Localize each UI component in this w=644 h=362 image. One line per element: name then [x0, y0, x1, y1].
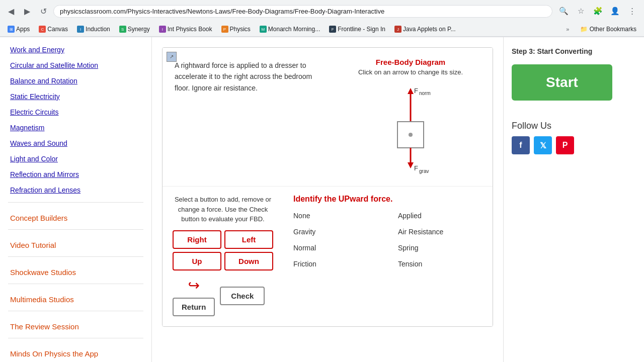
bookmark-monarch-label: Monarch Morning... — [268, 26, 320, 33]
svg-text:F: F — [414, 164, 418, 172]
return-icon: ↩ — [184, 276, 204, 296]
twitter-icon[interactable]: 𝕏 — [534, 136, 552, 154]
controls-layout: Select a button to add, remove or change… — [173, 195, 482, 316]
check-button[interactable]: Check — [220, 287, 265, 305]
widget-controls: Select a button to add, remove or change… — [163, 186, 493, 326]
induction-favicon: I — [77, 26, 84, 33]
sidebar-item-static-electricity[interactable]: Static Electricity — [0, 89, 151, 105]
bookmark-icon[interactable]: ☆ — [574, 4, 588, 18]
force-option-spring[interactable]: Spring — [398, 242, 482, 254]
fbd-title: Free-Body Diagram — [339, 58, 482, 66]
address-bar[interactable]: physicsclassroom.com/Physics-Interactive… — [53, 5, 552, 18]
force-option-tension[interactable]: Tension — [398, 258, 482, 270]
widget-container: ↗ A rightward force is applied to a dres… — [162, 47, 493, 327]
bookmark-monarch[interactable]: M Monarch Morning... — [256, 24, 324, 34]
sidebar-shockwave[interactable]: Shockwave Studios — [0, 261, 151, 280]
canvas-favicon: C — [39, 26, 46, 33]
force-option-normal[interactable]: Normal — [293, 242, 378, 254]
right-button[interactable]: Right — [173, 230, 221, 249]
facebook-icon[interactable]: f — [512, 136, 530, 154]
synergy-favicon: S — [119, 26, 126, 33]
int-physics-favicon: I — [159, 26, 166, 33]
fbd-subtitle: Click on an arrow to change its size. — [339, 68, 482, 76]
force-option-applied[interactable]: Applied — [398, 210, 482, 222]
left-button[interactable]: Left — [224, 230, 273, 249]
svg-text:F: F — [414, 87, 418, 95]
sidebar-item-balance-rotation[interactable]: Balance and Rotation — [0, 73, 151, 89]
url-text: physicsclassroom.com/Physics-Interactive… — [60, 8, 546, 15]
sidebar-item-magnetism[interactable]: Magnetism — [0, 120, 151, 136]
main-layout: Work and Energy Circular and Satellite M… — [0, 37, 644, 362]
bookmark-java[interactable]: J Java Applets on P... — [391, 24, 459, 34]
svg-point-5 — [409, 133, 413, 137]
sidebar-item-circular-satellite[interactable]: Circular and Satellite Motion — [0, 58, 151, 73]
bookmark-canvas[interactable]: C Canvas — [35, 24, 71, 34]
sidebar: Work and Energy Circular and Satellite M… — [0, 37, 152, 362]
sidebar-divider-5 — [8, 311, 143, 311]
bookmark-apps-label: Apps — [16, 26, 30, 33]
bookmark-apps[interactable]: ⊞ Apps — [4, 24, 33, 34]
search-icon[interactable]: 🔍 — [556, 4, 571, 18]
return-button[interactable]: Return — [173, 298, 215, 316]
physics-favicon: P — [221, 26, 228, 33]
up-button[interactable]: Up — [173, 252, 221, 270]
bookmark-physics-label: Physics — [230, 26, 251, 33]
sidebar-concept-builders[interactable]: Concept Builders — [0, 207, 151, 225]
back-button[interactable]: ◀ — [5, 5, 17, 17]
refresh-button[interactable]: ↺ — [37, 5, 49, 17]
profile-icon[interactable]: 👤 — [608, 4, 622, 18]
description-text: A rightward force is applied to a dresse… — [175, 60, 318, 94]
sidebar-minds-on-physics[interactable]: Minds On Physics the App — [0, 342, 151, 361]
bookmarks-more[interactable]: » — [562, 25, 573, 34]
content-wrapper: ↗ A rightward force is applied to a dres… — [162, 37, 493, 327]
sidebar-item-work-energy[interactable]: Work and Energy — [0, 42, 151, 58]
sidebar-item-reflection-mirrors[interactable]: Reflection and Mirrors — [0, 167, 151, 183]
start-button[interactable]: Start — [512, 64, 612, 101]
content-area: ↗ A rightward force is applied to a dres… — [152, 37, 503, 362]
sidebar-video-tutorial[interactable]: Video Tutorial — [0, 234, 151, 252]
force-option-none[interactable]: None — [293, 210, 378, 222]
forward-button[interactable]: ▶ — [21, 5, 33, 17]
pinterest-icon[interactable]: P — [556, 136, 574, 154]
follow-us: Follow Us f 𝕏 P — [512, 121, 636, 154]
sidebar-item-refraction-lenses[interactable]: Refraction and Lenses — [0, 183, 151, 198]
force-option-air-resistance[interactable]: Air Resistance — [398, 226, 482, 238]
controls-instruction: Select a button to add, remove or change… — [173, 195, 273, 224]
sidebar-item-electric-circuits[interactable]: Electric Circuits — [0, 105, 151, 120]
sidebar-item-waves-sound[interactable]: Waves and Sound — [0, 136, 151, 151]
follow-us-label: Follow Us — [512, 121, 636, 131]
force-option-gravity[interactable]: Gravity — [293, 226, 378, 238]
sidebar-review[interactable]: The Review Session — [0, 315, 151, 334]
sidebar-multimedia[interactable]: Multimedia Studios — [0, 288, 151, 307]
other-bookmarks[interactable]: 📁 Other Bookmarks — [577, 24, 640, 34]
identify-title: Identify the UPward force. — [293, 195, 482, 204]
frontline-favicon: F — [329, 26, 336, 33]
step-label-text: Step 3: Start Converting — [512, 47, 592, 55]
bookmark-canvas-label: Canvas — [47, 26, 68, 33]
return-area: ↩ Return — [173, 276, 215, 316]
apps-favicon: ⊞ — [8, 26, 15, 33]
sidebar-divider-6 — [8, 338, 143, 338]
bookmark-frontline[interactable]: F Frontline - Sign In — [326, 24, 389, 34]
sidebar-divider-4 — [8, 284, 143, 284]
sidebar-item-light-color[interactable]: Light and Color — [0, 151, 151, 167]
sidebar-divider-1 — [8, 202, 143, 203]
force-options: None Applied Gravity Air Resistance Norm… — [293, 210, 482, 270]
sidebar-divider-3 — [8, 256, 143, 257]
right-panel: Step 3: Start Converting Start Follow Us… — [503, 37, 644, 362]
extension-icon[interactable]: 🧩 — [591, 4, 605, 18]
bookmarks-bar: ⊞ Apps C Canvas I Induction S Synergy I … — [0, 22, 644, 37]
svg-marker-1 — [408, 88, 414, 94]
fbd-diagram: Free-Body Diagram Click on an arrow to c… — [329, 48, 493, 186]
force-option-friction[interactable]: Friction — [293, 258, 378, 270]
force-svg[interactable]: F norm F grav — [370, 84, 451, 174]
force-identify: Identify the UPward force. None Applied … — [293, 195, 482, 316]
browser-chrome: ◀ ▶ ↺ physicsclassroom.com/Physics-Inter… — [0, 0, 644, 37]
bookmark-physics[interactable]: P Physics — [218, 24, 254, 34]
menu-icon[interactable]: ⋮ — [625, 4, 639, 18]
bookmark-induction[interactable]: I Induction — [73, 24, 114, 34]
down-button[interactable]: Down — [224, 252, 273, 270]
return-check-row: ↩ Return Check — [173, 276, 273, 316]
bookmark-synergy[interactable]: S Synergy — [116, 24, 153, 34]
bookmark-int-physics[interactable]: I Int Physics Book — [155, 24, 216, 34]
